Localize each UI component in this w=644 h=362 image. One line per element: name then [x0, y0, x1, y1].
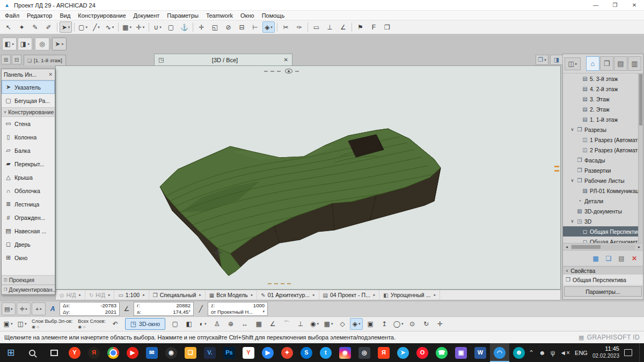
- wand-icon[interactable]: ✦: [16, 21, 28, 33]
- dim-grid-button[interactable]: ▦: [252, 318, 265, 330]
- toolbox-tool[interactable]: ▭ Стена: [2, 117, 50, 130]
- menu-item[interactable]: Помощь: [258, 12, 289, 19]
- model-filter-status[interactable]: ▦ Вся Модель: [206, 290, 258, 300]
- pencil-temp-icon[interactable]: ✐: [42, 21, 55, 33]
- viewport-3d[interactable]: [55, 65, 561, 290]
- toolbox-tool[interactable]: △ Крыша: [2, 171, 50, 184]
- view-tab-3d[interactable]: ◳ [3D / Все] ✕: [154, 54, 292, 65]
- pencil-add-icon[interactable]: ✎: [29, 21, 41, 33]
- navigator-item[interactable]: ∨ ❐ Рабочие Листы: [563, 175, 638, 186]
- stretch-button[interactable]: ⊢: [249, 21, 261, 33]
- app-flame[interactable]: ✦: [277, 343, 297, 362]
- navigator-item[interactable]: ▤ 1. 1-й этаж: [563, 114, 638, 124]
- navigator-item[interactable]: ∨ ◳ 3D: [563, 216, 638, 226]
- navigator-item[interactable]: ◻ Общая Аксономет...: [563, 237, 638, 243]
- toolbox-tool[interactable]: ▱ Балка: [2, 144, 50, 157]
- usb-icon[interactable]: ψ: [551, 349, 555, 357]
- app-telegram[interactable]: ➤: [393, 343, 413, 362]
- navigator-item[interactable]: ◫ 1 Разрез (Автоматич: [563, 135, 638, 145]
- delete-icon[interactable]: ✕: [629, 253, 640, 264]
- app-record[interactable]: ◉: [162, 343, 181, 362]
- show-desktop-button[interactable]: [639, 343, 642, 362]
- z-fields[interactable]: z:1000 от Проектный Н...▾: [208, 302, 268, 316]
- toolbox-section-design[interactable]: ∨ Конструирование: [2, 107, 55, 117]
- spline-tool-button[interactable]: ∿: [104, 21, 116, 33]
- app-photoshop[interactable]: Ps: [219, 343, 239, 362]
- r-value[interactable]: 20882: [177, 303, 191, 308]
- navigator-item[interactable]: ▤ 2. Этаж: [563, 104, 638, 114]
- camera-button[interactable]: ◉: [308, 318, 321, 330]
- navigator-vscrollbar[interactable]: [638, 73, 643, 243]
- globe-button[interactable]: ⊕: [224, 318, 237, 330]
- cursor-mode-button[interactable]: ➤: [52, 38, 67, 50]
- app-opera[interactable]: O: [413, 343, 432, 362]
- clone-folder-icon[interactable]: ❏: [603, 253, 614, 264]
- model-view-options-status[interactable]: ◧ Упрощенный ...: [379, 290, 440, 300]
- app-youtube[interactable]: ▶: [123, 343, 142, 362]
- app-zoom[interactable]: ▣: [451, 343, 471, 362]
- navigator-item[interactable]: ▤ 4. 2-й этаж: [563, 84, 638, 94]
- toolbox-header[interactable]: Панель Ин... ✕: [2, 69, 55, 80]
- index-icon[interactable]: ▦: [590, 253, 601, 264]
- tree-chevron-icon[interactable]: ∨: [570, 127, 575, 132]
- pickup-params-icon[interactable]: ✑: [293, 21, 305, 33]
- terrain-3d-model[interactable]: [56, 66, 561, 290]
- toolbar-button[interactable]: [149, 23, 149, 32]
- toolbox-tool[interactable]: ▤ Навесная ...: [2, 224, 50, 238]
- eye-icon[interactable]: [285, 69, 292, 73]
- navigator-item[interactable]: ∨ ❐ Разрезы: [563, 124, 638, 135]
- layers-all-stack[interactable]: Всех Слоев: ◉ ○: [76, 319, 107, 329]
- line-tool-button[interactable]: ╱: [90, 21, 103, 33]
- coord-origin-button[interactable]: ✛: [17, 302, 31, 315]
- layers-dialog-button[interactable]: ◫: [16, 318, 28, 330]
- settings-button[interactable]: Параметры...: [564, 286, 642, 297]
- scroll-right-icon[interactable]: ▸: [635, 245, 643, 249]
- nav-tab-view-map[interactable]: ❐: [600, 56, 613, 71]
- snap-guides-button[interactable]: ✛: [134, 21, 147, 33]
- cutting-planes-button[interactable]: ◈: [262, 21, 275, 33]
- tab-close-icon[interactable]: ✕: [284, 57, 288, 63]
- app-yandex-white[interactable]: Y: [239, 343, 258, 362]
- menu-item[interactable]: Вид: [56, 12, 74, 19]
- task-view-button[interactable]: [43, 343, 65, 362]
- eye-lock-icons[interactable]: ◉ ○: [78, 324, 105, 330]
- coord-add-button[interactable]: +: [32, 302, 46, 315]
- polygon-button[interactable]: ◇: [336, 318, 349, 330]
- toolbox-tool[interactable]: ◻ Дверь: [2, 238, 50, 251]
- 3d-window-button[interactable]: ◳ 3D-окно: [125, 318, 165, 330]
- fills-button[interactable]: ◐: [196, 318, 209, 330]
- radius-angle-fields[interactable]: r:20882 а:174,45°: [134, 302, 194, 316]
- dx-value[interactable]: -20783: [100, 303, 116, 308]
- guide-lines-button[interactable]: ▢: [165, 21, 177, 33]
- origin-a-icon[interactable]: A: [47, 302, 58, 315]
- toolbox-tool[interactable]: ▯ Колонна: [2, 130, 50, 144]
- rotate-view-button[interactable]: ◎: [35, 38, 49, 50]
- nav-tab-publisher[interactable]: ▥: [628, 56, 641, 71]
- notification-center-icon[interactable]: [624, 349, 632, 356]
- menu-item[interactable]: Документ: [130, 12, 164, 19]
- trim-button[interactable]: ⊘: [222, 21, 235, 33]
- dim-radial-button[interactable]: ⌒: [280, 318, 293, 330]
- speaker-muted-icon[interactable]: ◄×: [560, 349, 570, 357]
- menu-item[interactable]: Teamwork: [202, 12, 237, 19]
- dim-linear-button[interactable]: ↔: [238, 318, 251, 330]
- toolbar-button[interactable]: [277, 23, 277, 32]
- navigator-item[interactable]: ▧ 3D-документы: [563, 206, 638, 216]
- close-button[interactable]: ✕: [625, 0, 644, 10]
- view-photo-button[interactable]: ❐: [536, 55, 548, 65]
- app-camera[interactable]: ◎: [355, 343, 374, 362]
- toolbox-tool[interactable]: # Огражден...: [2, 211, 50, 224]
- eye-lock-icons[interactable]: ◉ ○: [32, 324, 72, 330]
- app-word[interactable]: W: [471, 343, 490, 362]
- base-level-dropdown[interactable]: от Проектный Н...: [211, 309, 253, 315]
- angle-value[interactable]: 174,45°: [173, 309, 191, 315]
- app-skype[interactable]: S: [297, 343, 316, 362]
- app-yandex-start[interactable]: Я: [84, 343, 104, 362]
- toolbar-button[interactable]: [308, 23, 308, 32]
- clock[interactable]: 11:45 02.02.2023: [592, 345, 619, 359]
- toolbar-button[interactable]: [57, 23, 57, 32]
- arrow-add-icon[interactable]: ↖: [2, 21, 14, 33]
- toolbox-tool[interactable]: ≣ Лестница: [2, 197, 50, 211]
- app-chrome[interactable]: [104, 343, 123, 362]
- properties-section-header[interactable]: ∨ Свойства: [563, 266, 643, 275]
